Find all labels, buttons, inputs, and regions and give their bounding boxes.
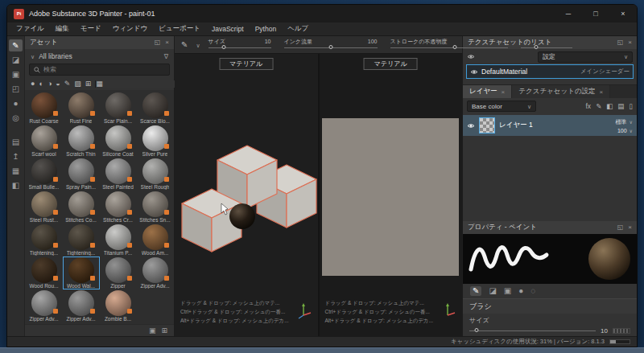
filter-funnel-icon[interactable] bbox=[164, 52, 168, 60]
projection-tool[interactable]: ▣ bbox=[9, 68, 23, 80]
paint-tool[interactable]: ✎ bbox=[9, 39, 23, 51]
close-icon[interactable] bbox=[600, 88, 604, 96]
filter-smart-materials[interactable]: ◑ bbox=[47, 80, 52, 88]
camera-tool[interactable]: ◧ bbox=[9, 179, 23, 191]
viewport-2d[interactable]: マテリアル ドラッグ & ドロップ: メッシュ上のマテ...Ctrl+ドラッグ … bbox=[320, 54, 463, 336]
size-presets[interactable] bbox=[613, 328, 630, 334]
filter-brushes[interactable]: ✎ bbox=[64, 80, 71, 88]
asset-item[interactable]: Steel Rough bbox=[137, 158, 174, 191]
tab-layers[interactable]: レイヤー bbox=[463, 85, 512, 98]
smudge-tool[interactable]: ● bbox=[9, 97, 23, 109]
menu-item-5[interactable]: ビューポート bbox=[153, 24, 206, 34]
asset-item[interactable]: Zipper Adv... bbox=[26, 289, 63, 322]
eye-icon[interactable] bbox=[467, 54, 475, 60]
eraser-tab[interactable]: ◪ bbox=[489, 287, 496, 295]
close-icon[interactable] bbox=[628, 224, 632, 231]
library-dropdown[interactable]: All libraries bbox=[25, 49, 174, 63]
close-icon[interactable] bbox=[165, 39, 169, 46]
texture-set-item[interactable]: DefaultMaterial メインシェーダー bbox=[466, 64, 634, 79]
undock-icon[interactable] bbox=[155, 39, 161, 46]
paint-brush-tab[interactable]: ✎ bbox=[470, 286, 481, 296]
import-resources-icon[interactable]: ⊞ bbox=[161, 326, 167, 335]
brush-size-slider[interactable] bbox=[469, 328, 596, 334]
settings-dropdown[interactable]: 設定 bbox=[538, 51, 633, 63]
menu-item-1[interactable]: ファイル bbox=[10, 24, 50, 34]
add-effect-icon[interactable]: fx bbox=[586, 103, 592, 110]
filter-materials[interactable]: ◐ bbox=[39, 80, 43, 88]
filter-all[interactable]: ● bbox=[31, 80, 35, 88]
add-paint-icon[interactable]: ✎ bbox=[596, 103, 601, 110]
asset-item[interactable]: Wood Am... bbox=[137, 224, 174, 257]
export-tool[interactable]: ↥ bbox=[9, 150, 23, 162]
menu-item-2[interactable]: 編集 bbox=[50, 24, 75, 34]
asset-item[interactable]: Tightening... bbox=[26, 224, 63, 257]
close-icon[interactable] bbox=[502, 88, 506, 96]
slider-track[interactable] bbox=[521, 45, 572, 51]
brush-size-knob[interactable] bbox=[475, 328, 479, 332]
menu-item-7[interactable]: Python bbox=[250, 25, 282, 33]
minimize-button[interactable]: ─ bbox=[555, 5, 582, 23]
brush-preset-icon[interactable]: ✎ bbox=[181, 41, 188, 49]
asset-item[interactable]: Zipper Adv... bbox=[137, 257, 174, 289]
uv-texture-plane[interactable] bbox=[322, 118, 459, 276]
slider-track[interactable] bbox=[390, 45, 508, 51]
brush-preset-dropdown[interactable] bbox=[196, 41, 200, 49]
asset-item[interactable]: Zombie B... bbox=[100, 289, 137, 322]
windows-taskbar[interactable] bbox=[0, 347, 644, 353]
clone-tool[interactable]: ◎ bbox=[9, 112, 23, 124]
blend-mode-dropdown[interactable]: 標準 bbox=[616, 118, 633, 126]
eye-icon[interactable] bbox=[467, 123, 475, 129]
title-bar[interactable]: Pi Adobe Substance 3D Painter - paint-01… bbox=[7, 5, 637, 23]
slider-track[interactable] bbox=[208, 45, 271, 51]
asset-item[interactable]: Scarf wool bbox=[26, 125, 63, 158]
asset-item[interactable]: Steel Rust... bbox=[26, 191, 63, 224]
menu-item-3[interactable]: モード bbox=[75, 24, 107, 34]
eraser-tool[interactable]: ◪ bbox=[9, 54, 23, 66]
undock-icon[interactable] bbox=[617, 224, 624, 231]
viewport-3d[interactable]: マテリアル ドラッグ & ドロップ: メッシュ上のマテ...Ctrl+ドラッグ … bbox=[175, 54, 320, 336]
channel-dropdown[interactable]: Base color bbox=[467, 101, 536, 112]
asset-item[interactable]: Titanium P... bbox=[100, 224, 137, 257]
blur-tab[interactable]: ◌ bbox=[530, 287, 535, 295]
asset-item[interactable]: Tightening... bbox=[63, 224, 100, 257]
display-settings-tool[interactable]: ▦ bbox=[9, 165, 23, 177]
close-icon[interactable] bbox=[628, 39, 632, 46]
asset-item[interactable]: Scratch Thin bbox=[63, 125, 100, 158]
asset-item[interactable]: Stitches Co... bbox=[63, 191, 100, 224]
asset-item[interactable]: Silver Pure bbox=[137, 125, 174, 158]
asset-item[interactable]: Zipper bbox=[100, 257, 137, 289]
slider-knob[interactable] bbox=[222, 45, 226, 49]
layer-thumbnail[interactable] bbox=[479, 117, 495, 133]
undock-icon[interactable] bbox=[617, 39, 624, 46]
asset-item[interactable]: Rust Fine bbox=[63, 92, 100, 125]
asset-item[interactable]: Wood Rou... bbox=[26, 257, 63, 289]
asset-item[interactable]: Steel Painted bbox=[100, 158, 137, 191]
polygon-fill-tool[interactable]: ◰ bbox=[9, 83, 23, 95]
brush-section-header[interactable]: ブラシ bbox=[463, 298, 637, 314]
asset-item[interactable]: Rust Coarse bbox=[26, 92, 63, 125]
slider-track[interactable] bbox=[284, 45, 378, 51]
close-button[interactable]: × bbox=[609, 5, 637, 23]
asset-item[interactable]: Scarce Blo... bbox=[137, 92, 174, 125]
layer-opacity-dropdown[interactable]: 100 bbox=[617, 128, 633, 133]
menu-item-6[interactable]: JavaScript bbox=[206, 25, 250, 33]
delete-layer-icon[interactable]: ▯ bbox=[629, 103, 633, 110]
slider-knob[interactable] bbox=[534, 45, 538, 49]
filter-alphas[interactable]: ▨ bbox=[74, 80, 81, 88]
asset-item[interactable]: Stitches Cr... bbox=[100, 191, 137, 224]
asset-item[interactable]: Scar Plain... bbox=[100, 92, 137, 125]
asset-item[interactable]: Zipper Adv... bbox=[63, 289, 100, 322]
layer-row[interactable]: レイヤー 1 標準 100 bbox=[463, 115, 637, 136]
eye-icon[interactable] bbox=[470, 69, 478, 75]
new-folder-icon[interactable]: ▣ bbox=[149, 326, 156, 335]
asset-item[interactable]: Small Bulle... bbox=[26, 158, 63, 191]
asset-item[interactable]: Spray Pain... bbox=[63, 158, 100, 191]
slider-knob[interactable] bbox=[452, 45, 456, 49]
search-input[interactable]: 検索 bbox=[29, 64, 170, 76]
mesh-cubes[interactable] bbox=[175, 54, 319, 295]
filter-smart-masks[interactable]: ◒ bbox=[56, 80, 60, 88]
asset-item[interactable]: Silicone Coat bbox=[100, 125, 137, 158]
maximize-button[interactable]: □ bbox=[582, 5, 609, 23]
add-folder-icon[interactable]: ▤ bbox=[617, 103, 624, 110]
asset-item[interactable]: Wood Wal... bbox=[63, 257, 100, 289]
